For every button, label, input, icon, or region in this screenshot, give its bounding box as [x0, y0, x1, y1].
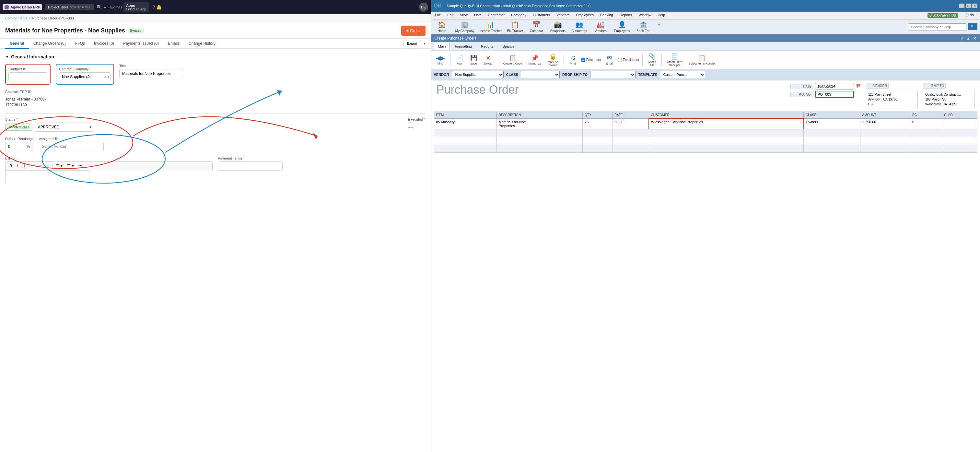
- menu-banking[interactable]: Banking: [599, 12, 614, 19]
- subtab-formatting[interactable]: Formatting: [450, 43, 476, 50]
- print-later-checkbox-wrap[interactable]: Print Later: [581, 58, 601, 62]
- dropship-select[interactable]: [590, 71, 635, 78]
- empty-cell[interactable]: [583, 145, 612, 152]
- bill-to-editor-body[interactable]: [5, 170, 89, 183]
- bold-btn[interactable]: B: [8, 163, 14, 169]
- subtab-main[interactable]: Main: [434, 43, 450, 50]
- cell-amount[interactable]: 1,250.00: [860, 118, 910, 129]
- collapse-icon[interactable]: ▲: [966, 36, 970, 40]
- tab-rfqs[interactable]: RFQs: [70, 38, 89, 49]
- nav-my-company[interactable]: 🏢 My Company: [455, 21, 474, 33]
- create-copy-btn[interactable]: 📋 Create a Copy: [501, 54, 524, 66]
- find-btn[interactable]: ◀▶ Find: [434, 54, 447, 66]
- toolbar-more-icon[interactable]: »: [658, 21, 660, 33]
- app-logo[interactable]: Agave Demo ERP: [3, 4, 42, 10]
- breadcrumb-link-commitments[interactable]: Commitments: [5, 16, 27, 20]
- attach-file-btn[interactable]: 📎 AttachFile: [646, 52, 658, 67]
- ordered-list-btn[interactable]: ☰ ▾: [66, 163, 75, 169]
- empty-cell[interactable]: [942, 137, 977, 145]
- favorites-btn[interactable]: ★ Favorites: [103, 5, 122, 10]
- payment-terms-input[interactable]: [218, 161, 283, 171]
- qb-window-close[interactable]: ✕: [973, 36, 977, 41]
- menu-view[interactable]: View: [458, 12, 469, 19]
- qb-minimize-btn[interactable]: —: [959, 3, 964, 8]
- empty-cell[interactable]: [942, 145, 977, 152]
- contract-company-clear[interactable]: ✕ ▾: [104, 75, 110, 79]
- align-center-btn[interactable]: ≡: [38, 163, 43, 169]
- nav-bank-fee[interactable]: 🏦 Bank Fee: [635, 21, 651, 33]
- empty-cell[interactable]: [804, 129, 860, 137]
- empty-cell[interactable]: [434, 145, 496, 152]
- mark-closed-btn[interactable]: 🔒 Mark AsClosed: [546, 52, 560, 67]
- tab-general[interactable]: General: [5, 38, 29, 49]
- empty-cell[interactable]: [434, 137, 496, 145]
- cell-class[interactable]: Owners ...: [804, 118, 860, 129]
- empty-cell[interactable]: [910, 129, 942, 137]
- status-select[interactable]: APPROVED: [35, 123, 93, 132]
- empty-cell[interactable]: [649, 145, 804, 152]
- po-number-input[interactable]: [815, 91, 854, 98]
- cell-description[interactable]: Materials for NoeProperties: [496, 118, 582, 129]
- class-select[interactable]: [521, 71, 560, 78]
- contract-company-input[interactable]: [59, 72, 111, 81]
- underline-btn[interactable]: U: [21, 163, 27, 169]
- cell-qty[interactable]: 25: [583, 118, 612, 129]
- menu-reports[interactable]: Reports: [618, 12, 633, 19]
- executed-checkbox[interactable]: [408, 123, 413, 128]
- apps-btn[interactable]: Apps Select an App: [124, 2, 149, 12]
- empty-cell[interactable]: [583, 129, 612, 137]
- empty-cell[interactable]: [910, 145, 942, 152]
- empty-cell[interactable]: [434, 129, 496, 137]
- menu-company[interactable]: Company: [510, 12, 528, 19]
- calendar-icon-small[interactable]: 📅: [856, 84, 861, 88]
- cell-rate[interactable]: 50.00: [612, 118, 649, 129]
- nav-bill-tracker[interactable]: 📋 Bill Tracker: [507, 21, 523, 33]
- tab-change-history[interactable]: Change History: [184, 38, 220, 49]
- tab-payments[interactable]: Payments Issued (0): [119, 38, 163, 49]
- delete-btn[interactable]: ✕ Delete: [482, 54, 495, 66]
- export-button[interactable]: Export: [404, 40, 421, 47]
- expand-icon[interactable]: ⤢: [961, 36, 964, 40]
- nav-project-tools[interactable]: Project Tools Commitments ▾: [45, 4, 94, 10]
- memorize-btn[interactable]: 📌 Memorize: [527, 54, 544, 66]
- qb-close-btn[interactable]: ✕: [972, 3, 977, 8]
- menu-edit[interactable]: Edit: [446, 12, 455, 19]
- qb-search-input[interactable]: [908, 23, 966, 30]
- search-icon[interactable]: 🔍: [97, 5, 102, 10]
- align-left-btn[interactable]: ≡: [32, 163, 36, 169]
- title-input[interactable]: [119, 69, 184, 78]
- select-receipt-btn[interactable]: 📋 Select Items Receipt: [687, 54, 718, 66]
- menu-vendors[interactable]: Vendors: [555, 12, 571, 19]
- empty-cell[interactable]: [612, 137, 649, 145]
- vendor-select[interactable]: Noe Supplies: [452, 71, 504, 78]
- empty-cell[interactable]: [804, 145, 860, 152]
- section-general-info[interactable]: ▼ General Information: [5, 54, 425, 59]
- italic-btn[interactable]: I: [16, 163, 19, 169]
- subtab-reports[interactable]: Reports: [477, 43, 498, 50]
- nav-home[interactable]: 🏠 Home: [434, 21, 450, 33]
- empty-cell[interactable]: [649, 137, 804, 145]
- empty-cell[interactable]: [910, 137, 942, 145]
- print-later-checkbox[interactable]: [581, 58, 585, 62]
- menu-file[interactable]: File: [434, 12, 442, 19]
- create-button[interactable]: + Cre...: [401, 26, 425, 36]
- empty-cell[interactable]: [612, 129, 649, 137]
- tab-invoices[interactable]: Invoices (0): [89, 38, 119, 49]
- email-btn[interactable]: ✉ Email: [604, 54, 616, 66]
- empty-cell[interactable]: [649, 129, 804, 137]
- nav-employees[interactable]: 👤 Employees: [614, 21, 630, 33]
- email-later-checkbox[interactable]: [618, 58, 622, 62]
- tab-emails[interactable]: Emails: [163, 38, 184, 49]
- chevron-icon[interactable]: ▾: [423, 41, 425, 46]
- empty-cell[interactable]: [583, 137, 612, 145]
- discovery-hub-label[interactable]: DISCOVERY HUB: [928, 13, 958, 18]
- template-select[interactable]: Custom Purc...: [660, 71, 705, 78]
- empty-cell[interactable]: [612, 145, 649, 152]
- menu-contractor[interactable]: Contractor: [487, 12, 506, 19]
- empty-cell[interactable]: [804, 137, 860, 145]
- discovery-hub-btn[interactable]: DISCOVERY HUB: [926, 12, 959, 19]
- empty-cell[interactable]: [942, 129, 977, 137]
- menu-window[interactable]: Window: [637, 12, 652, 19]
- menu-employees[interactable]: Employees: [575, 12, 595, 19]
- save-btn[interactable]: 💾 Save: [468, 54, 480, 66]
